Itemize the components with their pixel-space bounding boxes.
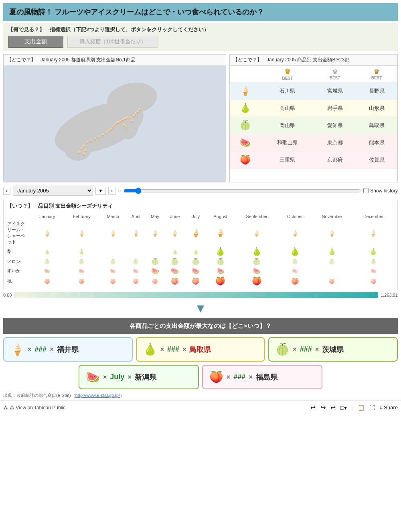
season-cell: 🍈	[164, 257, 186, 266]
season-row: 梨🍐🍐🍐🍐🍐🍐🍐🍐🍐	[7, 246, 394, 257]
season-month-header: March	[100, 213, 126, 220]
bottom-banner: 各商品ごとの支出金額が最大なのは【どこ×いつ】？	[3, 318, 398, 334]
footer-source: 出典：政府統計の総合窓口(e-Stat)（	[3, 393, 75, 398]
season-month-header: July	[186, 213, 206, 220]
ranking-best1: 石川県	[261, 83, 314, 100]
share-button[interactable]: ⌗ Share	[380, 405, 398, 411]
undo-button[interactable]: ↩	[310, 404, 316, 411]
timeline-prev[interactable]: ‹	[3, 187, 10, 195]
svg-text:🍦: 🍦	[84, 148, 87, 152]
season-cell: 🍐	[279, 246, 311, 257]
pause-button[interactable]: □▾	[340, 405, 346, 411]
ranking-icon: 🍉	[230, 134, 261, 152]
season-cell: 🍐	[235, 246, 279, 257]
timeline-section: ‹ January 2005 ▼ › ○ Show history	[3, 184, 398, 197]
season-cell: 🍦	[279, 220, 311, 246]
season-cell: 🍈	[31, 257, 63, 266]
card-icon: 🍑	[209, 370, 223, 384]
ranking-row: 🍐 岡山県 岩手県 山形県	[230, 100, 397, 117]
season-row-label: アイスクリーム・ シャーベット	[7, 220, 31, 246]
best3-label: BEST	[357, 76, 396, 80]
season-row-label: 梨	[7, 246, 31, 257]
season-table: JanuaryFebruaryMarchAprilMayJuneJulyAugu…	[7, 213, 394, 287]
timeline-select[interactable]: January 2005	[13, 186, 93, 196]
season-cell: 🍉	[31, 266, 63, 275]
card-icon: 🍉	[86, 370, 100, 384]
ranking-best3: 山形県	[356, 100, 397, 117]
season-month-header: February	[63, 213, 100, 220]
tableau-logo-text: ⁂ View on Tableau Public	[10, 405, 65, 411]
season-cell: 🍈	[279, 257, 311, 266]
season-cell: 🍉	[279, 266, 311, 275]
svg-text:🍦: 🍦	[101, 133, 105, 136]
season-cell: 🍑	[311, 275, 352, 287]
card-prefecture: 鳥取県	[189, 345, 211, 354]
ranking-best2: 京都府	[314, 152, 356, 169]
season-month-header: January	[31, 213, 63, 220]
season-cell: 🍉	[235, 266, 279, 275]
reset-button[interactable]: ↩	[330, 404, 336, 411]
ranking-row: 🍈 岡山県 愛知県 鳥取県	[230, 117, 397, 134]
svg-text:🍦: 🍦	[78, 150, 81, 154]
season-cell: 🍐	[186, 246, 206, 257]
card-x: ×	[293, 346, 296, 353]
ranking-best3: 鳥取県	[356, 117, 397, 134]
crown-silver-1: ♛	[316, 68, 354, 76]
season-cell: 🍐	[164, 246, 186, 257]
ranking-best2: 東京都	[314, 134, 356, 152]
ranking-row: 🍑 三重県 京都府 佐賀県	[230, 152, 397, 169]
ranking-best2: 愛知県	[314, 117, 356, 134]
card-month: ###	[34, 345, 47, 354]
product-cards-row2: 🍉 × July × 新潟県 🍑 × ### × 福島県	[3, 365, 398, 389]
expand-button[interactable]: ⛶	[369, 405, 375, 411]
card-x2: ×	[249, 374, 252, 381]
season-cell: 🍐	[206, 246, 235, 257]
season-cell: 🍉	[63, 266, 100, 275]
timeline-range[interactable]	[124, 188, 361, 194]
ranking-best1: 和歌山県	[261, 134, 314, 152]
season-cell: 🍈	[206, 257, 235, 266]
season-cell	[146, 246, 164, 257]
footer-link[interactable]: http://www.e-stat.go.jp/	[75, 393, 120, 398]
download-button[interactable]: 📋	[358, 405, 365, 411]
rankings-title: 【どこで？】 January 2005 商品別 支出金額Best3都	[230, 55, 397, 66]
ranking-best1: 岡山県	[261, 100, 314, 117]
season-cell: 🍦	[311, 220, 352, 246]
season-cell: 🍐	[31, 246, 63, 257]
timeline-next[interactable]: ›	[108, 187, 115, 195]
season-row-label: メロン	[7, 257, 31, 266]
season-cell: 🍑	[100, 275, 126, 287]
season-cell: 🍦	[206, 220, 235, 246]
season-cell: 🍑	[279, 275, 311, 287]
timeline-dropdown[interactable]: ▼	[95, 187, 106, 195]
seasonality-section: 【いつ？】 品目別 支出金額シーズナリティ JanuaryFebruaryMar…	[3, 199, 398, 290]
tableau-logo[interactable]: ⁂ ⁂ View on Tableau Public	[3, 405, 65, 411]
col-best2: ♛ BEST	[314, 66, 356, 83]
page-title: 夏の風物詩！ フルーツやアイスクリームはどこで・いつ食べられているのか？	[3, 3, 398, 21]
season-cell: 🍦	[164, 220, 186, 246]
season-cell: 🍐	[311, 246, 352, 257]
show-history-label: Show history	[370, 188, 398, 194]
frequency-button[interactable]: 購入頻度（100世帯当たり）	[67, 36, 158, 48]
product-card: 🍈 × ### × 茨城県	[268, 337, 398, 362]
show-history-checkbox[interactable]	[363, 188, 369, 193]
col-best3: ♛ BEST	[356, 66, 397, 83]
season-cell: 🍉	[186, 266, 206, 275]
seasonality-title: 【いつ？】 品目別 支出金額シーズナリティ	[7, 202, 394, 210]
spending-button[interactable]: 支出金額	[8, 36, 63, 48]
redo-button[interactable]: ↪	[320, 404, 326, 411]
map-section: 【どこで？】 January 2005 都道府県別 支出金額No.1商品 🍦	[3, 54, 226, 182]
ranking-best1: 三重県	[261, 152, 314, 169]
ranking-icon: 🍐	[230, 100, 261, 117]
card-x: ×	[227, 374, 230, 381]
season-cell: 🍐	[353, 246, 394, 257]
card-x2: ×	[128, 374, 131, 381]
season-cell: 🍈	[353, 257, 394, 266]
season-cell: 🍑	[164, 275, 186, 287]
ranking-best2: 宮城県	[314, 83, 356, 100]
timeline-slider-container[interactable]	[124, 187, 361, 195]
product-card: 🍑 × ### × 福島県	[202, 365, 322, 389]
card-icon: 🍐	[143, 343, 157, 356]
season-cell: 🍦	[126, 220, 146, 246]
col-icon	[230, 66, 261, 83]
